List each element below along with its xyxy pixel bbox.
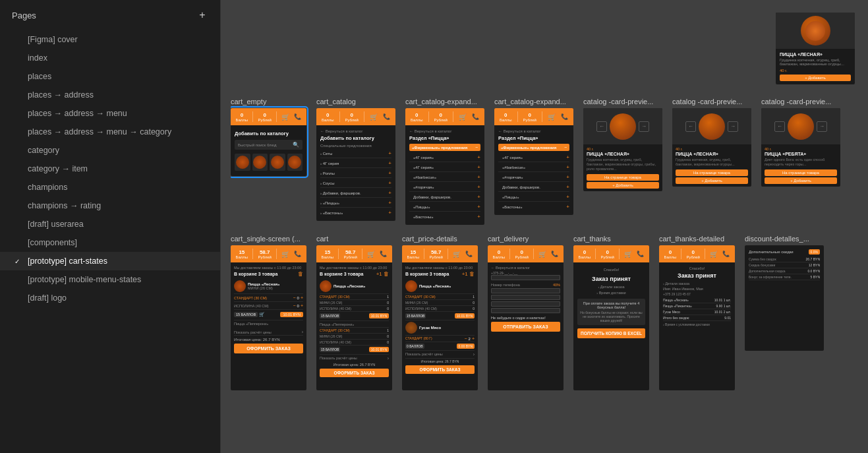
frame-label-cart-single-screen: cart_single-screen (... [231, 235, 301, 243]
frame-label-catalog-card-1: catalog -card-previe... [583, 98, 653, 106]
frame-cart-catalog-expand1[interactable]: cart_catalog-expand... 0Баллы 0Рублей 🛒 … [405, 98, 484, 225]
frame-label-cart-delivery: cart_delivery [488, 235, 529, 243]
frame-label-cart-catalog-expand2: cart_catalog-expand... [494, 98, 566, 106]
sidebar-item-champions[interactable]: ✓champions [0, 178, 220, 196]
canvas-content: ПИЦЦА «ЛЕСНАЯ» Грудинка копченая, огурец… [221, 0, 868, 400]
frame-cart-thanks[interactable]: cart_thanks 0Баллы 0Рублей 🛒 📞 Спасибо! … [573, 235, 649, 390]
frame-cart-delivery[interactable]: cart_delivery 0Баллы 0Рублей 🛒 📞 ← Верну… [488, 235, 564, 390]
frame-catalog-card-1[interactable]: catalog -card-previe... ← → 40 r. ПИЦЦА … [583, 98, 662, 191]
frame-catalog-card-2[interactable]: catalog -card-previe... ← → 40 r. ПИЦЦА … [672, 98, 751, 187]
sidebar-item-places-address-menu-category[interactable]: ✓places → address → menu → category [0, 123, 220, 141]
frame-cart-catalog[interactable]: cart_catalog 0Баллы 0Рублей 🛒 📞 ← Вернут… [316, 98, 395, 221]
add-page-button[interactable]: + [196, 9, 208, 21]
frame-label-catalog-card-2: catalog -card-previe... [672, 98, 742, 106]
frame-discount-details[interactable]: discount-detalles_... Дополнительные ски… [745, 235, 824, 351]
frame-label-cart-catalog-expand1: cart_catalog-expand... [405, 98, 477, 106]
sidebar-item-places-address[interactable]: ✓places → address [0, 86, 220, 104]
sidebar: Pages + ✓[Figma] cover✓index✓places✓plac… [0, 0, 221, 453]
frame-cart-price-details[interactable]: cart_price-details 15Баллы 58.7Рублей 🛒 … [402, 235, 478, 390]
frame-cart-full[interactable]: cart 15Баллы 58.7Рублей 🛒 📞 Мы доставляе… [316, 235, 392, 390]
sidebar-item-components[interactable]: ✓[components] [0, 233, 220, 252]
frame-large-pizza[interactable]: ПИЦЦА «ЛЕСНАЯ» Грудинка копченая, огурец… [776, 10, 855, 84]
sidebar-item-champions-rating[interactable]: ✓champions → rating [0, 196, 220, 215]
sidebar-title: Pages [12, 11, 36, 20]
frame-label-catalog-card-3: catalog -card-previe... [761, 98, 831, 106]
frame-label-cart-full: cart [316, 235, 328, 243]
sidebar-item-label: index [28, 53, 47, 63]
sidebar-item-label: [components] [28, 238, 77, 247]
frame-label-cart-thanks: cart_thanks [573, 235, 611, 243]
sidebar-item-category[interactable]: ✓category [0, 141, 220, 160]
sidebar-item-label: category → item [28, 164, 88, 173]
frame-label-cart-catalog: cart_catalog [316, 98, 356, 106]
sidebar-item-label: [draft] userarea [28, 220, 84, 229]
sidebar-item-prototype-cart-states[interactable]: ✓[prototype] cart-states [0, 252, 220, 270]
sidebar-item-label: category [28, 146, 59, 155]
sidebar-item-label: champions [28, 183, 67, 192]
sidebar-item-index[interactable]: ✓index [0, 49, 220, 67]
sidebar-items-container: ✓[Figma] cover✓index✓places✓places → add… [0, 30, 220, 307]
sidebar-item-places[interactable]: ✓places [0, 67, 220, 86]
sidebar-item-draft-userarea[interactable]: ✓[draft] userarea [0, 215, 220, 233]
sidebar-item-label: [prototype] mobile-menu-states [28, 275, 141, 284]
frame-label-cart-empty: cart_empty [231, 98, 266, 106]
sidebar-item-label: champions → rating [28, 201, 101, 210]
frame-label-discount-details: discount-detalles_... [745, 235, 809, 243]
sidebar-item-prototype-mobile-menu-states[interactable]: ✓[prototype] mobile-menu-states [0, 270, 220, 289]
sidebar-item-label: places → address → menu → category [28, 127, 171, 136]
sidebar-item-label: [Figma] cover [28, 35, 78, 44]
frame-cart-single-screen[interactable]: cart_single-screen (... 15Баллы 58.7Рубл… [231, 235, 306, 390]
sidebar-item-label: places → address → menu [28, 109, 127, 118]
sidebar-item-label: places [28, 72, 51, 81]
sidebar-header: Pages + [0, 0, 220, 30]
sidebar-item-category-item[interactable]: ✓category → item [0, 160, 220, 178]
sidebar-item-label: places → address [28, 90, 94, 100]
frame-catalog-card-3[interactable]: catalog -card-previe... ← → 40 r. ПИЦЦА … [761, 98, 840, 187]
frame-cart-empty[interactable]: cart_empty 0Баллы 0Рублей 🛒 📞 Добавить п… [231, 98, 306, 176]
check-icon: ✓ [14, 258, 20, 265]
sidebar-item-places-address-menu[interactable]: ✓places → address → menu [0, 104, 220, 123]
frame-label-cart-thanks-detailed: cart_thanks-detailed [659, 235, 724, 243]
sidebar-item-draft-logo[interactable]: ✓[draft] logo [0, 289, 220, 307]
sidebar-item-label: [prototype] cart-states [28, 257, 107, 266]
frame-label-cart-price-details: cart_price-details [402, 235, 457, 243]
sidebar-item-label: [draft] logo [28, 293, 67, 303]
sidebar-item-figma-cover[interactable]: ✓[Figma] cover [0, 30, 220, 49]
frame-cart-catalog-expand2[interactable]: cart_catalog-expand... 0Баллы 0Рублей 🛒 … [494, 98, 573, 215]
frame-cart-thanks-detailed[interactable]: cart_thanks-detailed 0Баллы 0Рублей 🛒 📞 … [659, 235, 735, 390]
main-canvas: ПИЦЦА «ЛЕСНАЯ» Грудинка копченая, огурец… [221, 0, 868, 453]
